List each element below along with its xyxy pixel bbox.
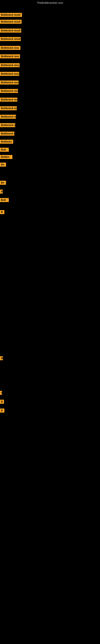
bottleneck-result-item: Bottleneck result — [0, 13, 22, 17]
bottleneck-result-item: Bottlenec — [0, 140, 13, 144]
bottleneck-result-item: Bottleneck resu — [0, 72, 19, 76]
bottleneck-result-item: Bott — [0, 198, 9, 202]
bottleneck-result-item: Bottleneck re — [0, 132, 14, 136]
bottleneck-result-item: Bottleneck resu — [0, 46, 20, 50]
bottleneck-result-item: Bottleneck resu — [0, 98, 17, 102]
bottleneck-result-item: Bottleneck resu — [0, 54, 20, 58]
bottleneck-result-item: B — [0, 210, 4, 214]
bottleneck-result-item: Bottleneck res — [0, 115, 16, 119]
site-title: TheBottlenecker.com — [0, 0, 100, 5]
bottleneck-result-item: Bottleneck result — [0, 28, 21, 32]
bottleneck-result-item: Bottleneck res — [0, 106, 17, 110]
bottleneck-result-item: Bott — [0, 148, 9, 152]
bottleneck-result-item: Bottleneck result — [0, 20, 22, 24]
bottleneck-result-item: Bottleneck resu — [0, 63, 20, 67]
bottleneck-result-item: Bottleneck resu — [0, 80, 19, 84]
bottleneck-result-item: B — [0, 408, 4, 412]
bottleneck-result-item: B — [0, 356, 3, 360]
bottleneck-result-item: Bottleneck result — [0, 37, 21, 41]
bottleneck-result-item: Bo — [0, 181, 6, 185]
bottleneck-result-item: B — [0, 190, 3, 194]
bottleneck-result-item: Bottleneck resu — [0, 89, 18, 93]
bottleneck-result-item: Bo — [0, 162, 6, 167]
bottleneck-result-item: B — [0, 400, 4, 404]
bottleneck-result-item: Bottlen — [0, 155, 12, 159]
bottleneck-result-item: b — [0, 391, 2, 395]
bottleneck-result-item: Bottleneck res — [0, 123, 15, 127]
